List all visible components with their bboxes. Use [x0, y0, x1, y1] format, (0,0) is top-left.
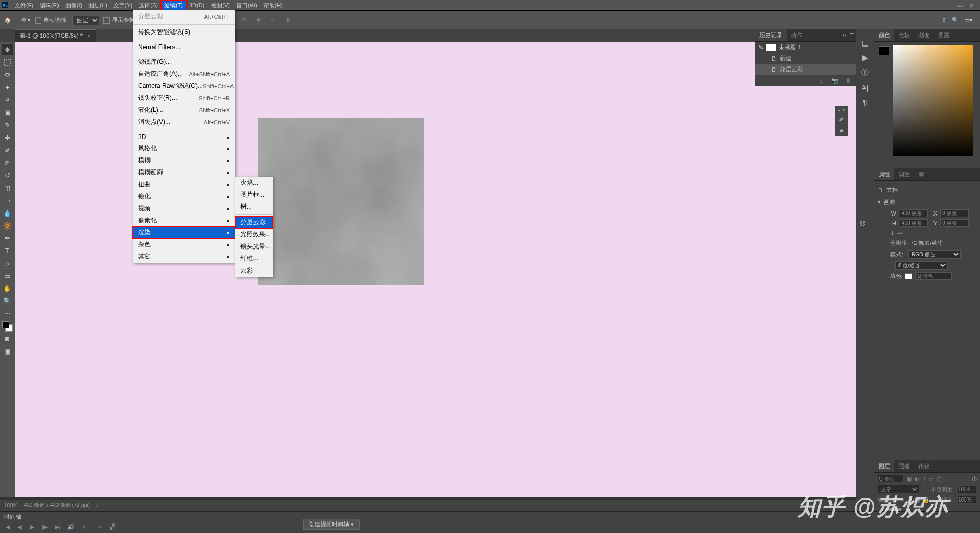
channels-tab[interactable]: 通道 [894, 460, 914, 472]
split-icon[interactable]: ✂ [98, 524, 103, 530]
prev-frame-icon[interactable]: ◀| [17, 524, 23, 530]
menu-type[interactable]: 文字(Y) [110, 1, 136, 10]
filter-smart-item[interactable]: 转换为智能滤镜(S) [133, 26, 235, 38]
filter-gallery-item[interactable]: 滤镜库(G)... [133, 56, 235, 68]
actions-tab[interactable]: 动作 [787, 29, 806, 41]
filter-stylize-submenu[interactable]: 风格化 [133, 142, 235, 154]
blur-tool[interactable]: 💧 [2, 207, 13, 219]
show-transform-checkbox[interactable] [103, 17, 110, 24]
bit-depth-select[interactable]: 8 位/通道 [895, 261, 948, 270]
quickmask-tool[interactable]: ◙ [2, 333, 13, 344]
menu-filter[interactable]: 滤镜(T) [161, 1, 186, 10]
render-fibers-item[interactable]: 纤维... [235, 253, 273, 265]
workspace-switch-icon[interactable]: ▭▾ [964, 17, 973, 24]
create-doc-from-state-icon[interactable]: ⎌ [820, 77, 824, 84]
zoom-level[interactable]: 100% [4, 503, 18, 508]
dock-icon[interactable]: ▤ [862, 39, 869, 47]
render-lighting-effects-item[interactable]: 光照效果... [235, 229, 273, 241]
paths-tab[interactable]: 路径 [914, 460, 934, 472]
path-select-tool[interactable]: ▷ [2, 257, 13, 269]
shape-tool[interactable]: ▭ [2, 270, 13, 281]
menu-edit[interactable]: 编辑(E) [37, 1, 62, 10]
audio-icon[interactable]: 🔊 [67, 524, 75, 530]
trash-icon[interactable]: 🗑 [846, 77, 851, 84]
menu-view[interactable]: 视图(V) [207, 1, 233, 10]
autoselect-target-select[interactable]: 图层 [72, 16, 99, 25]
color-mode-select[interactable]: RGB 颜色 [908, 250, 961, 259]
menu-window[interactable]: 窗口(W) [233, 1, 260, 10]
autoselect-checkbox[interactable] [35, 17, 41, 24]
color-picker[interactable] [893, 45, 973, 156]
properties-tab[interactable]: 属性 [874, 168, 894, 180]
goto-first-icon[interactable]: |◀ [4, 524, 10, 530]
brush-icon[interactable]: ✐ [839, 116, 844, 123]
filter-camera-raw-item[interactable]: Camera Raw 滤镜(C)...Shift+Ctrl+A [133, 80, 235, 92]
play-icon[interactable]: ▶ [30, 524, 34, 530]
window-close-icon[interactable]: ✕ [969, 2, 974, 9]
document-canvas[interactable] [258, 118, 424, 285]
menu-layer[interactable]: 图层(L) [85, 1, 110, 10]
gradient-tool[interactable]: ▭ [2, 195, 13, 206]
screenmode-tool[interactable]: ▣ [2, 345, 13, 357]
history-snapshot[interactable]: ✎ 未标题-1 [755, 42, 856, 53]
gradients-tab[interactable]: 渐变 [914, 29, 934, 41]
marquee-tool[interactable] [2, 56, 13, 68]
menu-file[interactable]: 文件(F) [11, 1, 37, 10]
menu-image[interactable]: 图像(I) [62, 1, 85, 10]
filter-blur-submenu[interactable]: 模糊 [133, 154, 235, 166]
width-input[interactable] [900, 209, 928, 217]
filter-neural-item[interactable]: Neural Filters... [133, 42, 235, 52]
filter-pixelate-submenu[interactable]: 像素化 [133, 214, 235, 226]
frame-tool[interactable]: ▣ [2, 107, 13, 118]
crop-tool[interactable]: ⌗ [2, 94, 13, 106]
patterns-tab[interactable]: 图案 [934, 29, 954, 41]
document-tab[interactable]: 泰-1 @ 100%(RGB/8#) * × [15, 29, 96, 42]
filter-last-item[interactable]: 分层云彩Alt+Ctrl+F [133, 10, 235, 22]
fill-color-swatch[interactable] [905, 273, 912, 279]
foreground-background-colors[interactable] [2, 321, 13, 332]
dropdown-icon[interactable]: ▾ [351, 521, 354, 527]
search-icon[interactable]: 🔍 [952, 17, 959, 24]
opacity-input[interactable] [957, 485, 977, 493]
filter-liquify-item[interactable]: 液化(L)...Shift+Ctrl+X [133, 104, 235, 116]
status-more-icon[interactable]: › [96, 503, 98, 508]
filter-lens-correction-item[interactable]: 镜头校正(R)...Shift+Ctrl+R [133, 92, 235, 104]
filter-other-submenu[interactable]: 其它 [133, 251, 235, 263]
filter-distort-submenu[interactable]: 扭曲 [133, 178, 235, 190]
filter-image-icon[interactable]: ▣ [907, 476, 912, 482]
paragraph-icon[interactable]: ¶ [863, 98, 867, 107]
move-tool-indicator-icon[interactable]: ✥ ▾ [21, 17, 31, 24]
snapshot-icon[interactable]: 📷 [831, 77, 838, 84]
filter-type-icon[interactable]: T [923, 476, 926, 482]
heal-tool[interactable]: ✚ [2, 132, 13, 143]
filter-adjust-icon[interactable]: ◐ [915, 476, 919, 482]
history-brush-tool[interactable]: ↺ [2, 169, 13, 181]
move-tool[interactable]: ✥ [2, 44, 13, 55]
collapse-popup-icon[interactable]: « ≡ [838, 108, 845, 113]
render-clouds-item[interactable]: 云彩 [235, 265, 273, 277]
brush-tool[interactable]: ✐ [2, 144, 13, 156]
history-tab[interactable]: 历史记录 [755, 29, 787, 41]
filter-blur-gallery-submenu[interactable]: 模糊画廊 [133, 166, 235, 178]
type-tool[interactable]: T [2, 245, 13, 256]
next-frame-icon[interactable]: |▶ [42, 524, 48, 530]
dodge-tool[interactable]: 🔆 [2, 220, 13, 231]
x-input[interactable] [940, 209, 969, 217]
filter-render-submenu[interactable]: 渲染 [133, 226, 235, 239]
filter-video-submenu[interactable]: 视频 [133, 202, 235, 214]
color-tab[interactable]: 颜色 [874, 29, 894, 41]
foreground-color-swatch[interactable] [879, 46, 889, 55]
adjustments-tab[interactable]: 调整 [894, 168, 914, 180]
window-minimize-icon[interactable]: — [946, 2, 951, 9]
filter-adaptive-wide-item[interactable]: 自适应广角(A)...Alt+Shift+Ctrl+A [133, 68, 235, 80]
libraries-tab[interactable]: 库 [914, 168, 928, 180]
layer-fill-input[interactable] [957, 496, 977, 504]
collapse-panel-icon[interactable]: ›› [840, 29, 848, 41]
menu-help[interactable]: 帮助(H) [260, 1, 286, 10]
filter-toggle-icon[interactable]: ⏻ [972, 476, 977, 482]
swatches-tab[interactable]: 色板 [894, 29, 914, 41]
create-video-timeline-button[interactable]: 创建视频时间轴 ▾ [303, 519, 360, 530]
filter-sharpen-submenu[interactable]: 锐化 [133, 190, 235, 202]
menu-3d[interactable]: 3D(D) [186, 1, 207, 9]
render-flame-item[interactable]: 火焰... [235, 177, 273, 189]
